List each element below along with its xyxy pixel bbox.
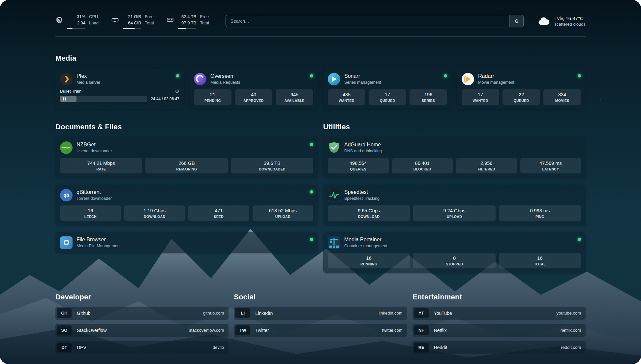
portainer-status-indicator — [578, 238, 581, 241]
stat-box: 47.569 ms LATENCY — [520, 158, 581, 173]
stat-label: SERIES — [411, 99, 446, 103]
search-engine-button[interactable]: G — [509, 15, 523, 27]
stat-box: 16 LEECH — [60, 205, 121, 221]
stat-box: 9.24 Gbps UPLOAD — [413, 205, 495, 221]
filebrowser-card[interactable]: File Browser Media File Management — [55, 232, 318, 253]
sonarr-icon — [328, 73, 340, 85]
stat-value: 16 — [500, 256, 580, 261]
stat-value: 9.65 Gbps — [329, 208, 409, 213]
qbittorrent-subtitle: Torrent downloader — [76, 196, 112, 201]
stat-box: 22 QUEUED — [503, 89, 540, 105]
ram-usage-bar — [123, 28, 141, 29]
bookmark-url: twitter.com — [382, 328, 403, 333]
stat-label: TOTAL — [500, 262, 580, 266]
disk-free: 52.4 TB — [181, 14, 196, 20]
nzbget-icon-text: nzbget — [62, 146, 71, 149]
sonarr-card[interactable]: Sonarr Series management 485 WANTED 17 Q… — [323, 69, 452, 109]
portainer-subtitle: Container management — [344, 244, 387, 248]
cpu-percent: 31% — [77, 14, 85, 20]
disk-icon — [166, 16, 174, 24]
qbittorrent-status-indicator — [310, 190, 313, 194]
plex-now-playing: Bullet Train — [60, 89, 81, 94]
adguard-card[interactable]: AdGuard Home DNS and adblocking 498,564 … — [323, 137, 586, 178]
stat-label: RATE — [61, 167, 141, 171]
nzbget-card[interactable]: nzbget NZBGet Usenet downloader 744.21 M… — [55, 137, 318, 178]
speedtest-title: Speedtest — [344, 189, 380, 195]
bookmark-netflix[interactable]: NF Netflix netflix.com — [412, 324, 586, 337]
bookmark-name: StackOverflow — [77, 328, 107, 333]
stat-box: 266 GB REMAINING — [145, 158, 228, 173]
bookmark-url: stackoverflow.com — [189, 328, 224, 333]
search-input[interactable] — [226, 15, 509, 27]
overseerr-title: Overseerr — [210, 73, 240, 79]
stat-value: 21 — [195, 92, 230, 97]
stat-box: 17 QUEUED — [369, 89, 406, 105]
gear-icon[interactable]: ⚙ — [175, 89, 179, 94]
documents-section-title: Documents & Files — [55, 123, 318, 131]
radarr-status-indicator — [578, 74, 581, 77]
stat-value: 2,956 — [457, 161, 516, 166]
portainer-card[interactable]: Media Portainer Container management 16 … — [323, 232, 586, 273]
bookmark-url: dev.to — [213, 345, 224, 350]
stat-value: 485 — [329, 92, 364, 97]
stat-label: QUEUED — [370, 99, 405, 103]
stat-value: 17 — [370, 92, 405, 97]
plex-icon — [60, 73, 73, 85]
adguard-subtitle: DNS and adblocking — [344, 149, 382, 153]
stat-box: 744.21 Mbps RATE — [60, 158, 142, 173]
stat-label: REMAINING — [147, 167, 226, 171]
pause-icon[interactable] — [63, 97, 66, 101]
bookmark-name: DEV — [77, 345, 86, 350]
bookmark-twitter[interactable]: TW Twitter twitter.com — [234, 324, 407, 337]
plex-title: Plex — [76, 73, 100, 79]
bookmark-dev[interactable]: DT DEV dev.to — [55, 341, 229, 354]
adguard-shield-icon — [328, 141, 340, 154]
plex-card[interactable]: Plex Media server Bullet Train ⚙ — [55, 69, 184, 109]
stat-value: 47.569 ms — [522, 161, 580, 166]
overseerr-status-indicator — [310, 74, 313, 77]
bookmark-linkedin[interactable]: LI LinkedIn linkedin.com — [234, 307, 407, 320]
stat-value: 9.24 Gbps — [414, 208, 494, 213]
stat-value: 39.6 TB — [232, 161, 312, 166]
qbittorrent-card[interactable]: qb qBittorrent Torrent downloader 16 LEE… — [55, 185, 318, 226]
bookmark-youtube[interactable]: YT YouTube youtube.com — [412, 307, 586, 320]
qbittorrent-title: qBittorrent — [76, 189, 112, 195]
bookmark-abbr: TW — [235, 325, 250, 335]
stat-label: RUNNING — [329, 262, 409, 266]
filebrowser-subtitle: Media File Management — [76, 244, 121, 248]
stat-label: MOVIES — [545, 99, 580, 103]
stat-value: 40 — [236, 92, 271, 97]
section-social: Social LI LinkedIn linkedin.com TW Twitt… — [234, 293, 407, 354]
weather-condition: scattered clouds — [554, 22, 586, 27]
bookmark-abbr: RE — [414, 343, 429, 352]
bookmark-stackoverflow[interactable]: SO StackOverflow stackoverflow.com — [55, 324, 229, 337]
stat-box: 0.993 ms PING — [499, 205, 581, 221]
ram-monitor: 21 GiB 64 GiB Free Total — [111, 14, 154, 29]
stat-label: LEECH — [61, 215, 120, 219]
overseerr-card[interactable]: Overseerr Media Requests 21 PENDING 40 A… — [189, 69, 318, 109]
bookmark-reddit[interactable]: RE Reddit reddit.com — [412, 341, 586, 354]
radarr-card[interactable]: Radarr Movie management 17 WANTED 22 QUE… — [457, 69, 586, 109]
bookmark-abbr: DT — [57, 343, 72, 352]
stat-value: 945 — [277, 92, 312, 97]
speedtest-card[interactable]: Speedtest Speedtest Tracking 9.65 Gbps D… — [323, 185, 586, 226]
media-section-title: Media — [55, 54, 586, 63]
plex-seek-bar[interactable] — [60, 96, 147, 102]
bookmark-name: Netflix — [434, 328, 447, 333]
stat-value: 16 — [61, 208, 120, 213]
stat-box: 21 PENDING — [194, 89, 231, 105]
sonarr-status-indicator — [444, 74, 447, 77]
stat-label: QUERIES — [329, 167, 387, 171]
radarr-subtitle: Movie management — [478, 80, 514, 85]
weather-location-temp: Lviv, 16.87°C — [554, 15, 586, 21]
stat-box: 9.65 Gbps DOWNLOAD — [328, 205, 410, 221]
stat-box: 0 STOPPED — [413, 253, 495, 268]
cloud-icon — [537, 16, 550, 26]
stat-label: STOPPED — [414, 262, 494, 266]
bookmark-github[interactable]: GH Github github.com — [55, 307, 229, 320]
weather-widget[interactable]: Lviv, 16.87°C scattered clouds — [537, 15, 586, 27]
overseerr-subtitle: Media Requests — [210, 80, 240, 85]
stat-box: 471 SEED — [188, 205, 249, 221]
disk-total: 97.9 TB — [181, 20, 196, 26]
speedtest-icon — [328, 189, 340, 201]
